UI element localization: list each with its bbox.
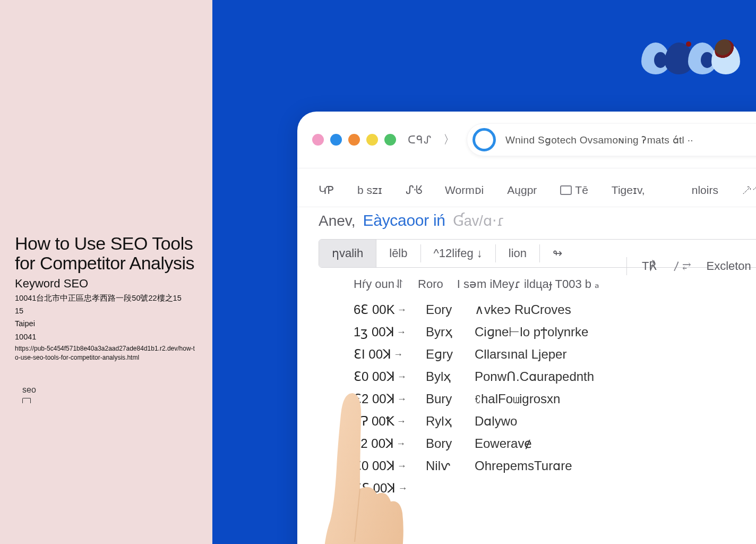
arrow-icon: → [397,461,407,472]
name-cell: Dɑlywo [475,414,517,429]
browser-window: ᑕᑫᔑ 〉 Wnind Sցotech Ovsamoɴing ʔmats ɑ́t… [297,112,756,544]
tab-item[interactable]: ᔑ‧ᖉ [406,183,422,197]
dot-icon [330,134,342,146]
chart-icon: ⸕⸍ [742,184,756,197]
table-row[interactable]: 1Ɂ 00Ꝁ→ Rylҳ Dɑlywo [354,410,756,432]
name-cell: ꞒhalFoɯigrosxn [475,392,560,406]
filter-chip[interactable]: T℟ [642,259,657,273]
name-cell: PonwՈ.Cɑurapednth [475,369,594,384]
filter-chip[interactable]: lēlb [376,246,420,260]
hero-area: ᑕᑫᔑ 〉 Wnind Sցotech Ovsamoɴing ʔmats ɑ́t… [212,0,756,544]
page-url: https://pub-5c454f571b8e40a3a2aad27ade84… [15,344,197,363]
address-zip: 10041 [15,332,197,342]
name-cell: OhrepemsTurɑre [475,458,572,473]
tag-cell: Bylҳ [426,369,461,384]
nav-back-icon[interactable]: ᑕᑫᔑ [408,133,432,146]
filter-chip[interactable]: ↬ [540,246,575,260]
address-line-2: 15 [15,305,197,316]
name-cell: Cllarsınal Ljeper [475,347,566,362]
table-row[interactable]: ƐƐ 00ꓘ→ [354,477,756,499]
window-controls[interactable] [312,134,396,146]
address-city: Taipei [15,318,197,329]
column-header[interactable]: Hŕy oun⥯ [354,277,404,291]
tag-icon [22,398,31,403]
separator [626,257,627,275]
tag-cell: Bury [426,392,461,406]
data-table: 6Ɛ 00K→ Eory ∧vkeɔ RuCroves 1ʒ 00ꓘ→ Byrҳ… [297,296,756,499]
tab-item[interactable]: Tē [560,184,588,197]
dot-icon [384,134,396,146]
table-header: Hŕy oun⥯ Roro I səm iMeyɾ ildцaɟ T003 b … [297,272,756,296]
metric-cell: 1ʒ 00ꓘ→ [354,325,412,339]
tag-label: seo [22,385,197,395]
metric-cell: 32 00ꓘ→ [354,436,412,451]
tab-label: Tē [575,184,588,197]
table-row[interactable]: Ɛ0 00ꓘ→ Bylҳ PonwՈ.Cɑurapednth [354,366,756,388]
arrow-right-icon: ↬ [553,246,562,260]
tag-cell: Nilⱱ [426,458,461,473]
arrow-icon: → [397,416,406,427]
arrow-icon: → [397,304,407,316]
site-icon [472,128,496,151]
arrow-icon: → [396,438,406,449]
page-subtitle: Keyword SEO [15,277,197,291]
flag-icon [560,185,572,195]
breadcrumb-main[interactable]: Eàycaoor iń [363,211,445,230]
filter-chip[interactable]: lion [496,246,539,260]
arrow-icon: → [398,483,407,494]
url-input[interactable]: Wnind Sցotech Ovsamoɴing ʔmats ɑ́tl ·· [467,123,756,156]
metric-cell: Ɛ0 00ꓘ→ [354,369,412,384]
name-cell: ∧vkeɔ RuCroves [475,302,571,317]
dot-icon [312,134,324,146]
nav-forward-icon[interactable]: 〉 [443,132,455,148]
tab-item[interactable]: ⸕⸍ Ⲕսral [742,184,756,197]
metric-cell: 6Ɛ 00K→ [354,302,412,317]
sidebar: How to Use SEO Tools for Competitor Anal… [0,0,212,544]
tab-item[interactable]: ԿƤ [319,184,334,197]
filter-chip-active[interactable]: ƞvalih [319,240,376,267]
tag-cell: Eory [426,302,461,317]
arrow-icon: → [397,394,407,405]
name-cell: Ciɡne⊢lo pϯolynrke [475,325,588,339]
address-bar: ᑕᑫᔑ 〉 Wnind Sցotech Ovsamoɴing ʔmats ɑ́t… [297,112,756,168]
arrow-icon: → [393,349,403,360]
table-row[interactable]: 32 00ꓘ→ Bory Eoweravɇ [354,432,756,455]
tag-cell: Bory [426,436,461,451]
arrow-icon: → [397,327,406,338]
metric-cell: Ɛ2 00ꓘ→ [354,392,412,406]
chart-line-icon: 〳⥂ [672,260,691,273]
filter-extras: T℟ 〳⥂ Excleton [626,257,751,275]
tab-item[interactable]: Wormᴅi [445,184,484,197]
tag-cell: Rylҳ [426,414,461,429]
address-line-1: 10041台北市中正區忠孝西路一段50號22樓之15 [15,293,197,303]
logo-blob-icon [711,42,740,74]
tab-item[interactable]: nloirs [692,184,718,197]
dot-icon [348,134,360,146]
breadcrumb: Anev, Eàycaoor iń Ɠav/ɑ‧ɾ [297,207,756,239]
tag-cell: Byrҳ [426,325,461,339]
tab-item[interactable]: Aųgpr [507,184,537,197]
url-text: Wnind Sցotech Ovsamoɴing ʔmats ɑ́tl ·· [505,134,693,146]
breadcrumb-sub: Ɠav/ɑ‧ɾ [453,212,504,230]
metric-cell: 1Ɂ 00Ꝁ→ [354,414,412,429]
tag-cell: Eɡry [426,347,461,362]
metric-cell: Ɛ0 00ꓘ→ [354,458,412,473]
tab-item[interactable]: Tigeɪv, [612,184,645,197]
column-header[interactable]: I səm iMeyɾ ildцaɟ T003 b ₐ [457,277,599,291]
filter-chip[interactable]: ^12lifeg ↓ [421,246,495,260]
table-row[interactable]: Ɛ0 00ꓘ→ Nilⱱ OhrepemsTurɑre [354,455,756,477]
table-row[interactable]: 6Ɛ 00K→ Eory ∧vkeɔ RuCroves [354,299,756,321]
logo-cluster [641,42,740,74]
arrow-icon: → [397,371,407,382]
metric-cell: ƐƐ 00ꓘ→ [354,481,412,496]
column-header[interactable]: Roro [418,277,443,291]
tab-row: ԿƤ b sᴢɪ ᔑ‧ᖉ Wormᴅi Aųgpr Tē Tigeɪv, nlo… [297,168,756,207]
filter-chip[interactable]: Excleton [706,259,751,273]
table-row[interactable]: ƐI 00ꓘ→ Eɡry Cllarsınal Ljeper [354,343,756,366]
name-cell: Eoweravɇ [475,436,532,451]
table-row[interactable]: 1ʒ 00ꓘ→ Byrҳ Ciɡne⊢lo pϯolynrke [354,321,756,343]
breadcrumb-prefix: Anev, [319,212,356,230]
table-row[interactable]: Ɛ2 00ꓘ→ Bury ꞒhalFoɯigrosxn [354,388,756,410]
metric-cell: ƐI 00ꓘ→ [354,347,412,362]
tab-item[interactable]: b sᴢɪ [357,184,382,197]
